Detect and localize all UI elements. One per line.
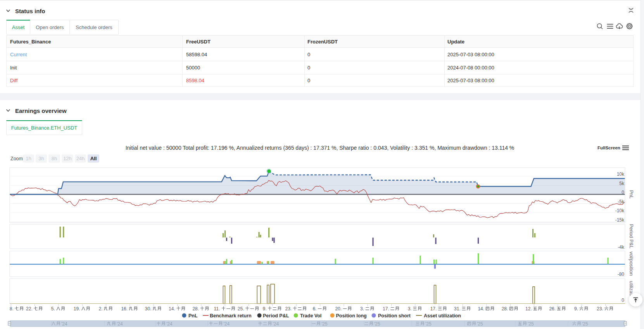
svg-text:2.: 2. [99,306,103,312]
svg-text:16.: 16. [121,306,128,312]
svg-text:5k: 5k [619,181,625,186]
svg-text:17.: 17. [430,306,437,312]
svg-text:'24: '24 [224,321,230,327]
svg-text:10k: 10k [617,171,625,177]
svg-text:30.: 30. [145,306,152,312]
svg-text:25.: 25. [238,306,244,312]
svg-text:'25: '25 [425,321,432,327]
svg-text:11.: 11. [214,306,220,312]
svg-text:12.: 12. [525,306,532,312]
svg-text:'25: '25 [528,321,534,327]
svg-text:Period P&L: Period P&L [263,313,289,319]
svg-text:-4k: -4k [618,244,625,250]
svg-text:'25: '25 [477,321,483,327]
svg-text:6.: 6. [313,306,316,312]
svg-text:9.: 9. [574,306,578,312]
svg-text:Asset utilization: Asset utilization [424,313,461,319]
svg-text:'25: '25 [321,321,328,327]
svg-text:14.: 14. [169,306,175,312]
svg-text:'24: '24 [273,321,279,327]
svg-text:Benchmark return: Benchmark return [210,313,252,319]
svg-text:Position long: Position long [336,313,367,319]
svg-text:-10k: -10k [615,208,625,213]
svg-text:31.: 31. [454,306,461,312]
svg-text:23.: 23. [597,306,603,312]
svg-text:19.: 19. [74,306,80,312]
svg-text:PnL: PnL [188,313,198,319]
svg-text:20.: 20. [335,306,342,312]
svg-text:17.: 17. [383,306,389,312]
svg-text:-80: -80 [618,272,625,277]
svg-text:8.: 8. [10,306,14,312]
svg-text:Trade Vol: Trade Vol [300,313,321,319]
svg-text:Period P&L: Period P&L [628,224,634,248]
svg-text:9.: 9. [263,306,267,312]
svg-text:Position short: Position short [378,313,411,319]
svg-text:-15k: -15k [615,217,625,223]
svg-text:'25: '25 [374,321,380,327]
svg-text:26.: 26. [549,306,556,312]
svg-text:28.: 28. [502,306,508,312]
svg-text:'24: '24 [117,321,123,327]
svg-text:3.: 3. [408,306,412,312]
svg-text:-5k: -5k [618,199,625,204]
svg-text:'24: '24 [61,321,67,327]
svg-text:5.: 5. [51,306,55,312]
svg-text:28.: 28. [192,306,199,312]
svg-text:3.: 3. [360,306,364,312]
svg-text:PnL: PnL [628,190,634,199]
svg-text:'25: '25 [582,321,588,327]
svg-text:vol/position: vol/position [628,251,634,276]
svg-text:0: 0 [622,190,624,195]
svg-text:23.: 23. [285,306,292,312]
svg-text:0: 0 [622,298,624,303]
svg-text:14.: 14. [478,306,484,312]
svg-text:'24: '24 [166,321,173,327]
svg-text:22.: 22. [26,306,33,312]
